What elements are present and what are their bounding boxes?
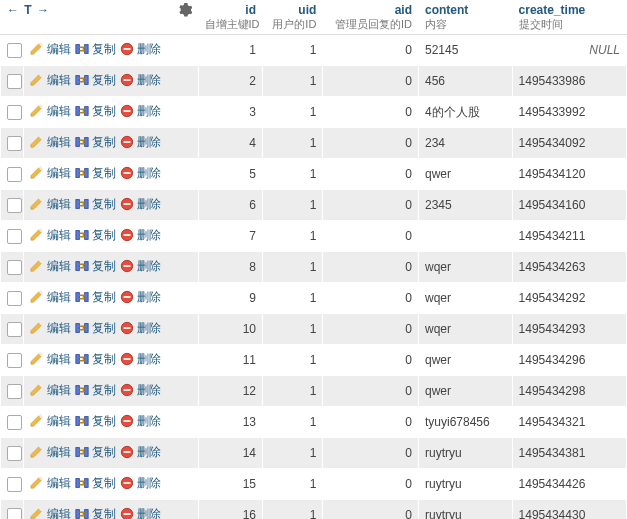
edit-link[interactable]: 编辑 xyxy=(30,134,71,151)
edit-link[interactable]: 编辑 xyxy=(30,320,71,337)
delete-link[interactable]: 删除 xyxy=(120,72,161,89)
edit-link[interactable]: 编辑 xyxy=(30,103,71,120)
delete-link[interactable]: 删除 xyxy=(120,413,161,430)
col-header-uid[interactable]: uid用户的ID xyxy=(263,1,323,35)
edit-link[interactable]: 编辑 xyxy=(30,165,71,182)
edit-link[interactable]: 编辑 xyxy=(30,227,71,244)
copy-link[interactable]: 复制 xyxy=(75,320,116,337)
gear-icon[interactable] xyxy=(178,3,192,17)
delete-link[interactable]: 删除 xyxy=(120,289,161,306)
delete-link[interactable]: 删除 xyxy=(120,351,161,368)
svg-rect-35 xyxy=(123,296,130,298)
edit-link[interactable]: 编辑 xyxy=(30,351,71,368)
col-header-aid[interactable]: aid管理员回复的ID xyxy=(323,1,419,35)
copy-link[interactable]: 复制 xyxy=(75,103,116,120)
cell-content: 52145 xyxy=(418,35,512,66)
edit-link[interactable]: 编辑 xyxy=(30,444,71,461)
nav-header: ← T → xyxy=(1,1,199,35)
row-checkbox[interactable] xyxy=(7,384,22,399)
table-row: 编辑复制删除510qwer1495434120 xyxy=(1,159,627,190)
svg-rect-9 xyxy=(85,107,89,116)
edit-link[interactable]: 编辑 xyxy=(30,289,71,306)
copy-link[interactable]: 复制 xyxy=(75,506,116,519)
row-checkbox[interactable] xyxy=(7,136,22,151)
copy-link[interactable]: 复制 xyxy=(75,134,116,151)
cell-create_time: 1495434263 xyxy=(512,252,626,283)
cell-aid: 0 xyxy=(323,500,419,520)
delete-link[interactable]: 删除 xyxy=(120,41,161,58)
svg-rect-48 xyxy=(76,417,80,426)
copy-link[interactable]: 复制 xyxy=(75,382,116,399)
svg-rect-19 xyxy=(123,172,130,174)
copy-link[interactable]: 复制 xyxy=(75,351,116,368)
cell-create_time: 1495434426 xyxy=(512,469,626,500)
row-checkbox[interactable] xyxy=(7,353,22,368)
edit-link[interactable]: 编辑 xyxy=(30,72,71,89)
copy-icon xyxy=(75,73,89,87)
copy-link[interactable]: 复制 xyxy=(75,258,116,275)
pencil-icon xyxy=(30,445,44,459)
row-checkbox[interactable] xyxy=(7,322,22,337)
row-checkbox[interactable] xyxy=(7,446,22,461)
cell-uid: 1 xyxy=(263,159,323,190)
row-checkbox[interactable] xyxy=(7,198,22,213)
delete-link[interactable]: 删除 xyxy=(120,227,161,244)
row-checkbox[interactable] xyxy=(7,415,22,430)
copy-link[interactable]: 复制 xyxy=(75,289,116,306)
delete-link[interactable]: 删除 xyxy=(120,444,161,461)
col-header-id[interactable]: id自增主键ID xyxy=(198,1,262,35)
copy-link[interactable]: 复制 xyxy=(75,475,116,492)
row-checkbox[interactable] xyxy=(7,260,22,275)
edit-link[interactable]: 编辑 xyxy=(30,196,71,213)
cell-create_time: 1495434292 xyxy=(512,283,626,314)
row-checkbox[interactable] xyxy=(7,105,22,120)
table-row: 编辑复制删除1310tyuyi6784561495434321 xyxy=(1,407,627,438)
svg-rect-47 xyxy=(123,389,130,391)
edit-link[interactable]: 编辑 xyxy=(30,506,71,519)
delete-link[interactable]: 删除 xyxy=(120,103,161,120)
col-header-content[interactable]: content内容 xyxy=(418,1,512,35)
copy-link[interactable]: 复制 xyxy=(75,165,116,182)
row-checkbox[interactable] xyxy=(7,508,22,519)
delete-link[interactable]: 删除 xyxy=(120,320,161,337)
cell-id: 14 xyxy=(198,438,262,469)
edit-link[interactable]: 编辑 xyxy=(30,258,71,275)
copy-link[interactable]: 复制 xyxy=(75,444,116,461)
pencil-icon xyxy=(30,507,44,519)
nav-next[interactable]: → xyxy=(37,3,49,17)
row-checkbox[interactable] xyxy=(7,477,22,492)
delete-link[interactable]: 删除 xyxy=(120,382,161,399)
edit-link[interactable]: 编辑 xyxy=(30,475,71,492)
edit-link[interactable]: 编辑 xyxy=(30,382,71,399)
copy-link[interactable]: 复制 xyxy=(75,196,116,213)
row-checkbox[interactable] xyxy=(7,229,22,244)
delete-link[interactable]: 删除 xyxy=(120,196,161,213)
row-checkbox[interactable] xyxy=(7,74,22,89)
delete-icon xyxy=(120,507,134,519)
svg-rect-57 xyxy=(85,479,89,488)
row-checkbox[interactable] xyxy=(7,43,22,58)
delete-link[interactable]: 删除 xyxy=(120,258,161,275)
cell-uid: 1 xyxy=(263,190,323,221)
edit-link[interactable]: 编辑 xyxy=(30,413,71,430)
delete-link[interactable]: 删除 xyxy=(120,475,161,492)
delete-link[interactable]: 删除 xyxy=(120,134,161,151)
copy-link[interactable]: 复制 xyxy=(75,72,116,89)
col-header-create_time[interactable]: create_time提交时间 xyxy=(512,1,626,35)
copy-link[interactable]: 复制 xyxy=(75,413,116,430)
nav-prev[interactable]: ← xyxy=(7,3,19,17)
cell-content: qwer xyxy=(418,345,512,376)
delete-link[interactable]: 删除 xyxy=(120,165,161,182)
copy-link[interactable]: 复制 xyxy=(75,227,116,244)
row-checkbox[interactable] xyxy=(7,291,22,306)
svg-rect-17 xyxy=(85,169,89,178)
cell-aid: 0 xyxy=(323,438,419,469)
copy-link[interactable]: 复制 xyxy=(75,41,116,58)
nav-t[interactable]: T xyxy=(24,3,31,17)
row-checkbox[interactable] xyxy=(7,167,22,182)
edit-link[interactable]: 编辑 xyxy=(30,41,71,58)
cell-content: qwer xyxy=(418,159,512,190)
cell-create_time: 1495434321 xyxy=(512,407,626,438)
cell-content: tyuyi678456 xyxy=(418,407,512,438)
delete-link[interactable]: 删除 xyxy=(120,506,161,519)
